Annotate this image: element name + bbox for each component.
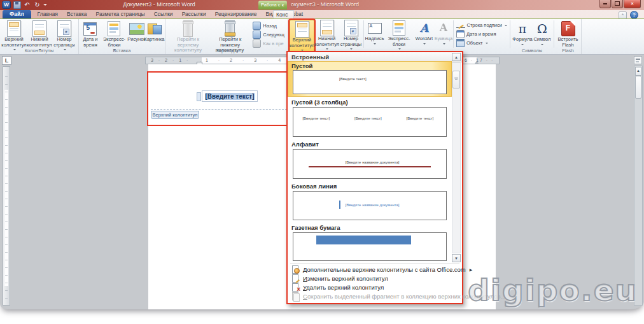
gallery-scrollbar[interactable] xyxy=(452,62,461,253)
undo-icon[interactable]: ↶ xyxy=(23,1,31,9)
tab-references[interactable]: Ссылки xyxy=(150,10,178,18)
qat-menu-caret-icon[interactable] xyxy=(43,4,47,8)
tab-mailings[interactable]: Рассылки xyxy=(178,10,211,18)
group-separator xyxy=(453,20,454,48)
previous-icon xyxy=(253,22,261,30)
previous-button[interactable]: Назад xyxy=(253,22,284,30)
dropdown-caret-icon xyxy=(541,44,543,46)
gallery-item-blank-3col[interactable]: Пустой (3 столбца) xyxy=(291,99,348,106)
quick-parts-button[interactable]: Экспресс-блоки xyxy=(384,19,414,54)
gallery-preview-blank-3col[interactable]: [Введите текст] [Введите текст] [Введите… xyxy=(293,107,447,137)
save-icon[interactable] xyxy=(13,1,21,9)
footer-button[interactable]: Нижний колонтитул xyxy=(27,20,52,52)
alphabet-rule-line xyxy=(309,166,431,167)
object-button[interactable]: Объект xyxy=(456,39,507,47)
text-small-buttons: Строка подписи Дата и время Объект xyxy=(454,19,509,54)
textbox-icon: A xyxy=(368,23,382,34)
quick-parts-button[interactable]: Экспресс-блоки xyxy=(101,20,128,52)
gallery-scrollbar-thumb[interactable] xyxy=(452,71,460,88)
scrollbar-thumb[interactable] xyxy=(635,76,641,99)
gallery-item-alphabet[interactable]: Алфавит xyxy=(291,141,319,148)
footer-button[interactable]: Нижний колонтитул xyxy=(314,19,339,54)
date-time-button[interactable]: 5 Дата и время xyxy=(80,20,101,48)
close-button[interactable]: × xyxy=(624,0,641,8)
quick-parts-icon xyxy=(393,20,405,36)
dropdown-caret-icon xyxy=(443,43,445,46)
link-to-previous-button[interactable]: Как в пре xyxy=(253,39,284,48)
embed-flash-button[interactable]: F Встроить Flash xyxy=(556,20,580,48)
contextual-tab-header: Работа с к xyxy=(258,1,287,10)
tab-home[interactable]: Главная xyxy=(33,10,62,18)
wordart-button[interactable]: A WordArt xyxy=(414,19,435,54)
dropdown-caret-icon xyxy=(374,43,376,46)
group-label: Колонтитулы xyxy=(0,48,78,54)
content-control[interactable]: [Введите текст] xyxy=(202,90,258,102)
watermark: digipo.eu xyxy=(468,272,638,307)
tab-design-partial[interactable]: Конс xyxy=(273,10,294,19)
navigation-small-buttons: Назад Следующ Как в пре xyxy=(251,20,286,48)
menu-item-remove-header[interactable]: Удалить верхний колонтитул xyxy=(288,283,462,292)
screenshot-root: W ↶ ↻ Документ3 - Microsoft Word Работа … xyxy=(0,0,644,324)
sideline-bar xyxy=(339,201,340,209)
submenu-arrow-icon: ▶ xyxy=(470,267,473,272)
gallery-preview-blank[interactable]: [Введите текст] xyxy=(293,70,447,94)
next-button[interactable]: Следующ xyxy=(253,31,284,39)
tab-review[interactable]: Рецензирование xyxy=(211,10,262,18)
minimize-ribbon-icon[interactable]: ˄ xyxy=(619,11,627,19)
right-indent-marker-icon[interactable] xyxy=(474,59,479,64)
ruler-toggle-icon[interactable] xyxy=(634,56,642,64)
gallery-preview-sideline[interactable]: [Введите название документа] xyxy=(293,191,447,220)
ribbon-insert-tab-overlay: Верхний колонтитул Нижний колонтитул # Н… xyxy=(288,18,644,55)
gallery-scroll-up-icon[interactable]: ▲ xyxy=(452,53,461,61)
menu-item-edit-header[interactable]: Изменить верхний колонтитул xyxy=(288,274,462,283)
ruler-right-numbers: 6 · 17 · · xyxy=(465,58,494,62)
gallery-preview-alphabet[interactable]: [Введите название документа] xyxy=(293,149,447,179)
gallery-preview-newsprint[interactable] xyxy=(293,232,447,261)
dropcap-button[interactable]: A Буквица xyxy=(435,19,452,54)
scroll-up-icon[interactable]: ▲ xyxy=(635,67,641,76)
vertical-scrollbar[interactable]: ▲ xyxy=(634,66,643,306)
tab-file[interactable]: Файл xyxy=(3,10,31,18)
header-boundary-line xyxy=(151,109,287,110)
textbox-button[interactable]: A Надпись xyxy=(365,19,384,54)
content-control-tag[interactable] xyxy=(197,92,201,101)
tab-stop-selector[interactable]: L xyxy=(2,56,11,65)
content-control-text: [Введите текст] xyxy=(205,93,255,100)
equation-button[interactable]: π Формула xyxy=(512,20,533,46)
minimize-button[interactable] xyxy=(599,0,611,8)
title-bar: W ↶ ↻ Документ3 - Microsoft Word Работа … xyxy=(0,0,644,10)
vertical-ruler-ticks xyxy=(5,69,8,302)
page-number-button[interactable]: # Номер страницы xyxy=(52,20,76,52)
symbol-button[interactable]: Ω Символ xyxy=(533,20,552,46)
window-title-left: Документ3 - Microsoft Word xyxy=(83,1,235,8)
gallery-scroll-down-icon[interactable]: ▼ xyxy=(452,254,461,262)
tab-insert[interactable]: Вставка xyxy=(62,10,92,18)
header-button-active[interactable]: Верхний колонтитул xyxy=(290,20,314,54)
group-header-footer: Верхний колонтитул Нижний колонтитул # Н… xyxy=(0,19,79,54)
gallery-item-newsprint[interactable]: Газетная бумага xyxy=(291,224,340,231)
minimize-icon xyxy=(603,3,607,4)
picture-button[interactable]: Рисунок xyxy=(128,20,145,43)
vertical-ruler[interactable] xyxy=(3,66,10,306)
clipart-icon xyxy=(148,23,162,34)
menu-item-save-selection[interactable]: Сохранить выделенный фрагмент в коллекци… xyxy=(288,292,462,300)
gallery-item-sideline[interactable]: Боковая линия xyxy=(291,183,337,190)
group-label: Переходы xyxy=(165,48,288,54)
clipart-button[interactable]: Картинка xyxy=(145,20,164,43)
redo-icon[interactable]: ↻ xyxy=(33,1,41,9)
group-navigation: Перейти к верхнему колонтитулу Перейти к… xyxy=(165,19,288,54)
tab-page-layout[interactable]: Разметка страницы xyxy=(92,10,150,18)
menu-item-more-headers[interactable]: Дополнительные верхние колонтитулы с сай… xyxy=(288,265,462,274)
header-button[interactable]: Верхний колонтитул xyxy=(1,20,27,52)
restore-button[interactable] xyxy=(612,0,623,8)
group-separator xyxy=(510,20,510,48)
date-time-button[interactable]: Дата и время xyxy=(456,30,507,38)
dropcap-icon: A xyxy=(440,20,447,36)
signature-line-button[interactable]: Строка подписи xyxy=(456,21,507,29)
ribbon-design-tab: Верхний колонтитул Нижний колонтитул # Н… xyxy=(0,18,288,55)
page-number-button[interactable]: # Номер страницы xyxy=(339,19,363,54)
word-logo-icon: W xyxy=(2,1,11,9)
office-com-icon xyxy=(291,265,299,273)
quick-access-toolbar: W ↶ ↻ xyxy=(2,1,47,9)
gallery-item-blank[interactable]: Пустой xyxy=(291,62,312,69)
